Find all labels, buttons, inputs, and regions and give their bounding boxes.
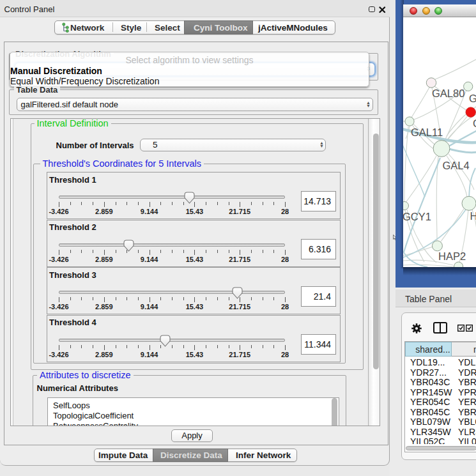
svg-text:GAL80: GAL80: [432, 88, 464, 99]
svg-text:C: C: [473, 118, 476, 129]
svg-text:HAP2: HAP2: [438, 250, 466, 262]
svg-text:GAL11: GAL11: [411, 127, 443, 138]
svg-text:GCY1: GCY1: [403, 211, 431, 222]
svg-text:G...: G...: [469, 93, 476, 104]
svg-text:H: H: [470, 210, 476, 222]
svg-text:GAL4: GAL4: [443, 160, 470, 171]
